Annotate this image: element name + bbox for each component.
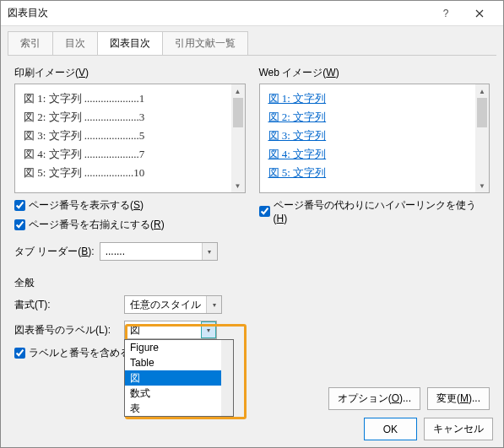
- include-label-text: ラベルと番号を含める: [29, 346, 130, 360]
- caption-label-dropdown[interactable]: Figure Table 図 数式 表: [124, 339, 234, 417]
- general-title: 全般: [14, 276, 490, 290]
- tab-leader-row: タブ リーダー(B): ....... ▾: [14, 242, 246, 261]
- web-link: 図 4: 文字列: [268, 148, 327, 160]
- tab-strip: 索引 目次 図表目次 引用文献一覧: [1, 26, 503, 55]
- footer-buttons: OK キャンセル: [364, 418, 493, 440]
- dropdown-option[interactable]: Figure: [125, 340, 233, 355]
- dropdown-option[interactable]: 数式: [125, 386, 233, 401]
- tab-leader-label: タブ リーダー(B):: [14, 245, 95, 259]
- close-button[interactable]: [463, 2, 496, 25]
- modify-button[interactable]: 変更(M)...: [427, 387, 490, 410]
- include-label-checkbox[interactable]: [14, 348, 25, 359]
- web-link: 図 3: 文字列: [268, 129, 327, 142]
- chevron-down-icon: ▾: [206, 296, 221, 313]
- format-combo[interactable]: 任意のスタイル ▾: [124, 295, 222, 314]
- tab-table-of-figures[interactable]: 図表目次: [97, 31, 163, 55]
- scroll-down-icon[interactable]: ▼: [231, 179, 245, 192]
- show-page-number-check[interactable]: ページ番号を表示する(S): [14, 198, 246, 213]
- chevron-down-icon: ▾: [201, 321, 216, 338]
- right-align-checkbox[interactable]: [14, 219, 25, 230]
- scrollbar[interactable]: ▲ ▼: [475, 84, 489, 192]
- preview-line: 図 5: 文字列 ..................10: [24, 164, 241, 182]
- ok-button[interactable]: OK: [364, 418, 417, 440]
- print-preview-box: 図 1: 文字列 ....................1 図 2: 文字列 …: [14, 84, 246, 193]
- dialog-table-of-figures: 図表目次 ? 索引 目次 図表目次 引用文献一覧 印刷イメージ(V) 図 1: …: [0, 0, 504, 448]
- dropdown-option[interactable]: 図: [125, 370, 233, 386]
- preview-line: 図 4: 文字列 ....................7: [24, 145, 241, 164]
- tab-toc[interactable]: 目次: [52, 31, 98, 55]
- right-align-check[interactable]: ページ番号を右揃えにする(R): [14, 218, 246, 232]
- general-section: 全般 書式(T): 任意のスタイル ▾ 図表番号のラベル(L): 図 ▾: [14, 276, 490, 360]
- scroll-up-icon[interactable]: ▲: [231, 84, 245, 98]
- scrollbar[interactable]: [221, 340, 233, 416]
- scrollbar[interactable]: ▲ ▼: [231, 84, 245, 192]
- tab-index[interactable]: 索引: [8, 31, 53, 55]
- cancel-button[interactable]: キャンセル: [424, 418, 493, 440]
- close-icon: [475, 9, 484, 18]
- options-button[interactable]: オプション(O)...: [328, 387, 420, 410]
- dropdown-option[interactable]: Table: [125, 355, 233, 370]
- tab-leader-combo[interactable]: ....... ▾: [100, 242, 218, 261]
- hyperlink-checkbox[interactable]: [259, 206, 270, 217]
- show-page-number-checkbox[interactable]: [14, 200, 25, 211]
- web-link: 図 2: 文字列: [268, 111, 327, 123]
- dropdown-option[interactable]: 表: [125, 401, 233, 416]
- scroll-down-icon[interactable]: ▼: [475, 179, 489, 192]
- preview-line: 図 2: 文字列 ....................3: [24, 108, 241, 127]
- web-link: 図 5: 文字列: [268, 166, 327, 179]
- format-label: 書式(T):: [14, 298, 124, 312]
- dialog-title: 図表目次: [8, 6, 429, 20]
- titlebar: 図表目次 ?: [1, 1, 503, 26]
- hyperlink-check[interactable]: ページ番号の代わりにハイパーリンクを使う(H): [259, 198, 490, 224]
- web-preview-box: 図 1: 文字列 図 2: 文字列 図 3: 文字列 図 4: 文字列 図 5:…: [259, 84, 490, 193]
- action-buttons: オプション(O)... 変更(M)...: [328, 387, 490, 410]
- caption-label-label: 図表番号のラベル(L):: [14, 323, 124, 337]
- preview-line: 図 1: 文字列 ....................1: [24, 89, 241, 108]
- print-preview-label: 印刷イメージ(V): [14, 66, 246, 80]
- preview-line: 図 3: 文字列 ....................5: [24, 127, 241, 145]
- web-preview-label: Web イメージ(W): [259, 66, 490, 80]
- chevron-down-icon: ▾: [202, 243, 217, 260]
- scroll-up-icon[interactable]: ▲: [475, 84, 489, 98]
- help-button[interactable]: ?: [429, 2, 463, 25]
- tab-citations[interactable]: 引用文献一覧: [162, 31, 248, 55]
- caption-label-combo[interactable]: 図 ▾: [124, 321, 217, 339]
- web-link: 図 1: 文字列: [268, 92, 327, 105]
